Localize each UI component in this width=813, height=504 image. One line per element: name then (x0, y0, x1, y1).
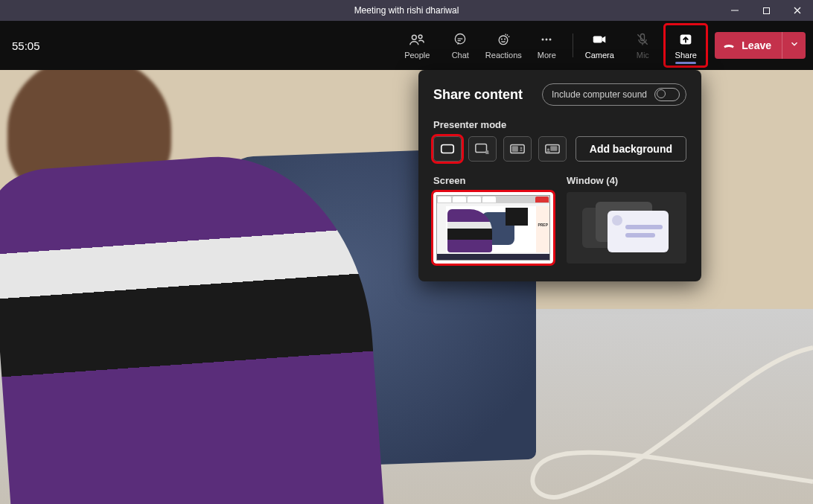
toolbar-divider (573, 34, 573, 57)
svg-rect-1 (763, 7, 769, 13)
reactions-button[interactable]: Reactions (482, 24, 525, 67)
window-controls (719, 0, 813, 21)
chat-icon (452, 31, 468, 48)
chevron-down-icon (789, 39, 800, 52)
window-section-label: Window (4) (567, 175, 686, 186)
share-label: Share (675, 51, 697, 60)
svg-rect-13 (593, 36, 602, 42)
screen-section-label: Screen (433, 175, 553, 186)
camera-label: Camera (585, 51, 614, 60)
svg-point-8 (502, 39, 503, 39)
mic-button[interactable]: Mic (621, 24, 664, 67)
maximize-button[interactable] (750, 0, 782, 21)
add-background-label: Add background (590, 143, 672, 155)
include-sound-toggle[interactable]: Include computer sound (542, 83, 686, 106)
minimize-button[interactable] (719, 0, 750, 21)
share-content-panel: Share content Include computer sound Pre… (418, 70, 701, 281)
svg-point-23 (520, 147, 523, 150)
mic-label: Mic (637, 51, 649, 60)
mic-off-icon (634, 31, 651, 48)
presenter-mode-content-only[interactable] (433, 136, 462, 162)
toolbar-right: People Chat Reactions More Camera (395, 24, 806, 67)
svg-rect-18 (476, 144, 487, 153)
people-button[interactable]: People (395, 24, 439, 67)
leave-label: Leave (742, 39, 771, 51)
svg-point-12 (549, 39, 552, 41)
reactions-label: Reactions (485, 51, 522, 60)
presenter-mode-label: Presenter mode (433, 119, 686, 130)
svg-point-11 (546, 39, 548, 41)
presenter-mode-side-by-side[interactable] (503, 136, 532, 162)
window-stack-icon (582, 202, 672, 254)
svg-rect-28 (546, 151, 550, 153)
leave-dropdown[interactable] (782, 32, 806, 59)
cable-prop (515, 318, 813, 504)
chat-button[interactable]: Chat (439, 24, 482, 67)
svg-point-7 (499, 36, 508, 45)
more-button[interactable]: More (525, 24, 568, 67)
window-title: Meeting with rishi dhariwal (354, 5, 459, 16)
share-screen-section: Screen PREP (433, 175, 553, 264)
people-label: People (404, 51, 430, 60)
svg-rect-24 (520, 150, 523, 151)
mini-prep-text: PREP (538, 223, 548, 227)
window-thumbnail[interactable] (567, 192, 686, 264)
svg-rect-26 (550, 146, 557, 150)
participant-video (0, 70, 387, 504)
svg-rect-20 (485, 153, 489, 154)
presenter-mode-standout[interactable] (468, 136, 497, 162)
share-panel-title: Share content (433, 87, 523, 103)
share-active-indicator (675, 62, 696, 64)
share-tray-icon (678, 31, 694, 48)
chat-label: Chat (452, 51, 469, 60)
toggle-switch-icon (654, 88, 680, 101)
meeting-toolbar: 55:05 People Chat Reactions More (0, 21, 813, 70)
share-window-section: Window (4) (567, 175, 686, 264)
meeting-timer: 55:05 (7, 39, 40, 52)
svg-point-10 (542, 39, 544, 41)
add-background-button[interactable]: Add background (576, 136, 686, 162)
more-label: More (538, 51, 556, 60)
leave-group: Leave (715, 32, 806, 59)
people-icon (409, 31, 425, 48)
svg-point-9 (505, 39, 506, 39)
include-sound-label: Include computer sound (552, 89, 647, 100)
hangup-icon (722, 38, 736, 54)
share-button[interactable]: Share (664, 24, 707, 67)
screen-preview: PREP (436, 195, 550, 261)
svg-rect-17 (441, 145, 454, 153)
svg-point-4 (412, 35, 417, 39)
titlebar: Meeting with rishi dhariwal (0, 0, 813, 21)
screen-thumbnail[interactable]: PREP (433, 192, 553, 264)
reactions-icon (495, 31, 511, 48)
camera-icon (591, 31, 608, 48)
svg-point-5 (418, 35, 422, 39)
presenter-mode-reporter[interactable] (538, 136, 567, 162)
camera-button[interactable]: Camera (578, 24, 621, 67)
leave-button[interactable]: Leave (715, 32, 782, 59)
close-button[interactable] (782, 0, 813, 21)
presenter-mode-row: Add background (433, 136, 686, 162)
svg-point-27 (547, 148, 549, 150)
more-icon (538, 31, 555, 48)
svg-rect-22 (512, 146, 518, 151)
